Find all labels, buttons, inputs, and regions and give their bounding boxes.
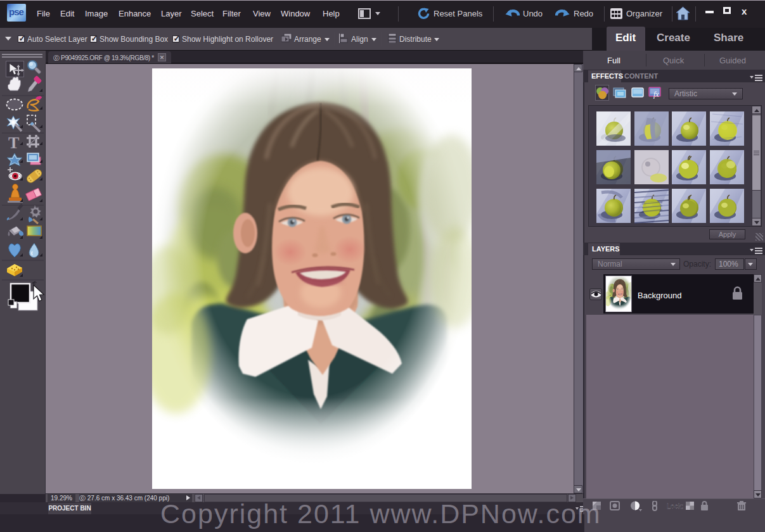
svg-text:T: T bbox=[8, 134, 19, 152]
svg-text:fx: fx bbox=[653, 90, 659, 99]
svg-text:Lock:: Lock: bbox=[667, 502, 683, 510]
